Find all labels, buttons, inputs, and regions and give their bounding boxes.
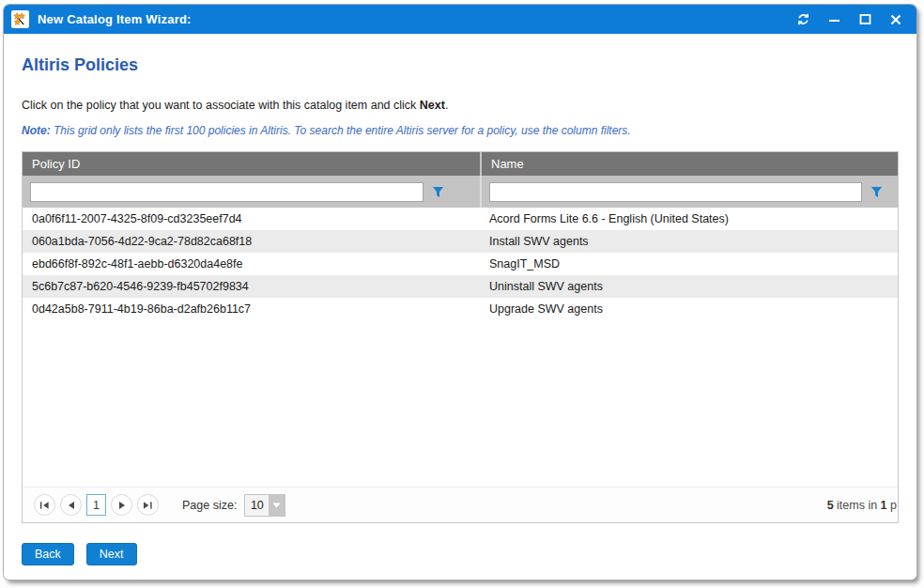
minimize-icon [828, 13, 840, 25]
maximize-icon [859, 13, 871, 25]
cell-name: Install SWV agents [480, 230, 898, 253]
refresh-button[interactable] [793, 10, 812, 29]
next-page-icon [118, 501, 126, 510]
minimize-button[interactable] [824, 10, 843, 29]
cell-policy-id: ebd66f8f-892c-48f1-aebb-d6320da4e8fe [23, 253, 480, 275]
first-page-icon [39, 501, 50, 510]
maximize-button[interactable] [855, 10, 874, 29]
column-header-policy-id[interactable]: Policy ID [23, 152, 480, 176]
close-icon [890, 14, 901, 25]
pager: 1 Page size: 10 5 items in 1 p [23, 487, 898, 522]
last-page-button[interactable] [137, 494, 159, 516]
grid-filter-row [23, 176, 898, 208]
cell-name: Upgrade SWV agents [480, 298, 898, 320]
refresh-icon [796, 12, 810, 26]
prev-page-icon [68, 501, 75, 510]
close-button[interactable] [886, 10, 905, 29]
page-title: Altiris Policies [22, 55, 899, 75]
table-row[interactable]: 060a1bda-7056-4d22-9ca2-78d82ca68f18 Ins… [23, 230, 898, 253]
cell-policy-id: 0a0f6f11-2007-4325-8f09-cd3235eef7d4 [23, 208, 480, 230]
filter-funnel-icon [870, 186, 883, 198]
grid-header-row: Policy ID Name [23, 152, 898, 176]
instruction-text: Click on the policy that you want to ass… [22, 99, 899, 112]
wizard-window: New Catalog Item Wizard: Altiri [4, 5, 916, 580]
wizard-content: Altiris Policies Click on the policy tha… [4, 34, 916, 580]
titlebar[interactable]: New Catalog Item Wizard: [4, 5, 916, 34]
name-filter-cell [480, 176, 898, 208]
cell-name: Uninstall SWV agents [480, 275, 898, 298]
table-row[interactable]: 5c6b7c87-b620-4546-9239-fb45702f9834 Uni… [23, 275, 898, 298]
page-size-label: Page size: [182, 499, 237, 512]
first-page-button[interactable] [34, 494, 55, 516]
note-text: Note: This grid only lists the first 100… [22, 124, 899, 137]
next-button[interactable]: Next [86, 543, 137, 565]
cell-policy-id: 060a1bda-7056-4d22-9ca2-78d82ca68f18 [23, 230, 480, 253]
policy-id-filter-cell [23, 176, 480, 208]
table-row[interactable]: 0a0f6f11-2007-4325-8f09-cd3235eef7d4 Aco… [23, 208, 898, 230]
cell-name: SnagIT_MSD [480, 253, 898, 275]
table-row[interactable]: ebd66f8f-892c-48f1-aebb-d6320da4e8fe Sna… [23, 253, 898, 275]
name-filter-button[interactable] [862, 180, 890, 203]
table-row[interactable]: 0d42a5b8-7911-4b19-86ba-d2afb26b11c7 Upg… [23, 298, 898, 320]
last-page-icon [143, 501, 153, 510]
column-header-name[interactable]: Name [480, 152, 898, 176]
cell-policy-id: 0d42a5b8-7911-4b19-86ba-d2afb26b11c7 [23, 298, 480, 320]
dropdown-arrow-icon [269, 495, 285, 516]
policies-grid: Policy ID Name [22, 151, 899, 523]
next-page-button[interactable] [111, 494, 132, 516]
cell-policy-id: 5c6b7c87-b620-4546-9239-fb45702f9834 [23, 275, 480, 298]
policy-id-filter-input[interactable] [30, 182, 424, 202]
policy-id-filter-button[interactable] [424, 180, 452, 203]
current-page-indicator[interactable]: 1 [86, 494, 106, 516]
items-status: 5 items in 1 p [827, 499, 898, 512]
grid-body: 0a0f6f11-2007-4325-8f09-cd3235eef7d4 Aco… [23, 208, 898, 487]
footer-buttons: Back Next [22, 543, 899, 565]
cell-name: Acord Forms Lite 6.6 - English (United S… [480, 208, 898, 230]
wizard-app-icon [11, 10, 29, 28]
page-size-value: 10 [245, 495, 269, 516]
back-button[interactable]: Back [22, 543, 74, 565]
filter-funnel-icon [432, 186, 444, 198]
window-title: New Catalog Item Wizard: [38, 12, 192, 26]
grid-empty-space [23, 320, 898, 487]
page-size-select[interactable]: 10 [244, 494, 285, 517]
name-filter-input[interactable] [489, 182, 862, 202]
prev-page-button[interactable] [60, 494, 82, 516]
